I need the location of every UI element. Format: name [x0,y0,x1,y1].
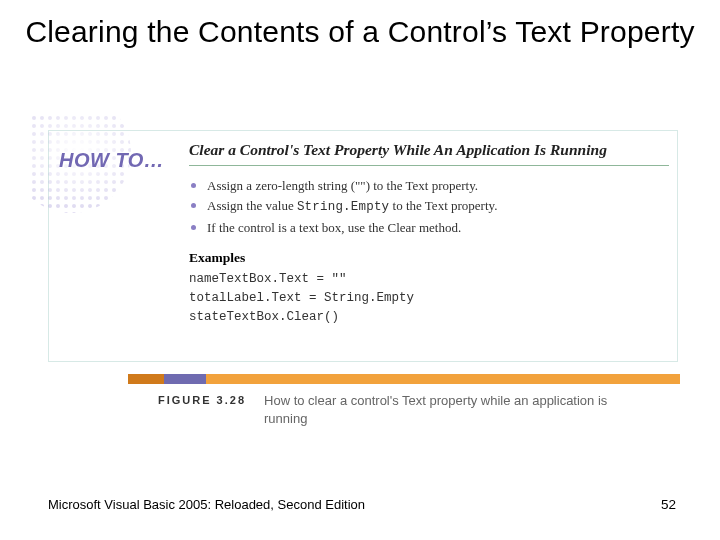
bar-segment [164,374,206,384]
ellipsis-icon: … [144,149,166,171]
howto-label: HOW TO… [59,149,166,172]
bullet-list: Assign a zero-length string ("") to the … [189,176,669,238]
panel-heading: Clear a Control's Text Property While An… [189,141,669,166]
figure-label: FIGURE 3.28 [158,392,246,406]
page-title: Clearing the Contents of a Control’s Tex… [0,0,720,50]
panel-content: Clear a Control's Text Property While An… [189,141,669,351]
code-line: totalLabel.Text = String.Empty [189,289,669,308]
bar-segment [206,374,680,384]
inline-code: String.Empty [297,200,389,214]
howto-panel: HOW TO… Clear a Control's Text Property … [48,130,678,362]
list-item: Assign the value String.Empty to the Tex… [189,196,669,217]
code-block: nameTextBox.Text = "" totalLabel.Text = … [189,270,669,328]
list-item: Assign a zero-length string ("") to the … [189,176,669,196]
decorative-dots [31,115,191,235]
footer-source: Microsoft Visual Basic 2005: Reloaded, S… [48,497,365,512]
examples-heading: Examples [189,250,669,266]
bar-segment [128,374,164,384]
howto-text: HOW TO [59,149,144,171]
code-line: nameTextBox.Text = "" [189,270,669,289]
figure-caption: FIGURE 3.28 How to clear a control's Tex… [158,392,678,427]
figure-accent-bar [128,374,680,384]
code-line: stateTextBox.Clear() [189,308,669,327]
page-number: 52 [661,497,676,512]
list-item: If the control is a text box, use the Cl… [189,218,669,238]
bullet-text-suffix: to the Text property. [389,198,497,213]
bullet-text-prefix: Assign the value [207,198,297,213]
slide: Clearing the Contents of a Control’s Tex… [0,0,720,540]
figure-text: How to clear a control's Text property w… [264,392,624,427]
